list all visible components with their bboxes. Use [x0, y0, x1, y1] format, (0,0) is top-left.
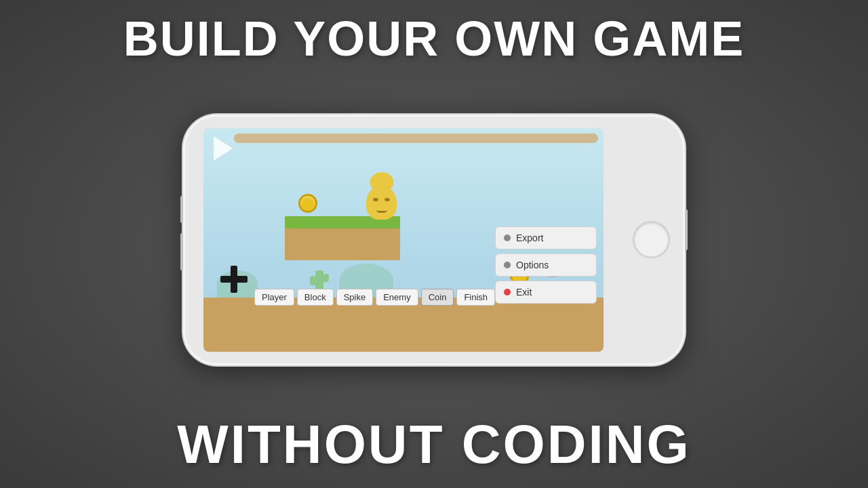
- options-dot: [504, 262, 511, 268]
- add-button[interactable]: [217, 262, 251, 296]
- power-button: [685, 209, 688, 250]
- context-menu-export[interactable]: Export: [495, 226, 597, 249]
- context-menu-options[interactable]: Options: [495, 253, 597, 277]
- toolbar-btn-block[interactable]: Block: [297, 289, 334, 306]
- game-toolbar: Player Block Spike Enemy Coin Finish: [254, 289, 597, 306]
- toolbar-btn-enemy[interactable]: Enemy: [376, 289, 418, 306]
- progress-bar: [234, 134, 598, 143]
- toolbar-btn-spike[interactable]: Spike: [336, 289, 374, 306]
- headline-top: BUILD YOUR OWN GAME: [123, 12, 745, 66]
- phone-screen: Export Options Exit Player Block Spik: [203, 128, 604, 352]
- headline-bottom: WITHOUT CODING: [177, 413, 690, 476]
- home-button[interactable]: [633, 221, 670, 258]
- toolbar-btn-finish[interactable]: Finish: [456, 289, 495, 306]
- toolbar-btn-player[interactable]: Player: [254, 289, 294, 306]
- volume-button-1: [180, 196, 183, 223]
- coin-1: [298, 194, 317, 213]
- player-character: [366, 186, 397, 220]
- phone: Export Options Exit Player Block Spik: [183, 115, 685, 365]
- progress-bar-fill: [234, 134, 380, 143]
- volume-button-2: [180, 233, 183, 270]
- options-label: Options: [516, 260, 549, 270]
- platform: [285, 216, 400, 260]
- player-body: [366, 186, 397, 220]
- export-dot: [504, 235, 511, 241]
- play-button[interactable]: [214, 136, 233, 161]
- player-eye-left: [373, 198, 378, 201]
- add-icon-vertical: [231, 266, 237, 293]
- player-mouth: [376, 209, 387, 213]
- player-eye-right: [384, 198, 390, 201]
- game-scene: Export Options Exit Player Block Spik: [203, 128, 604, 352]
- export-label: Export: [516, 232, 543, 243]
- ground-dirt: [203, 298, 604, 352]
- toolbar-btn-coin[interactable]: Coin: [421, 289, 454, 306]
- player-head: [370, 172, 393, 192]
- phone-wrapper: Export Options Exit Player Block Spik: [183, 66, 685, 413]
